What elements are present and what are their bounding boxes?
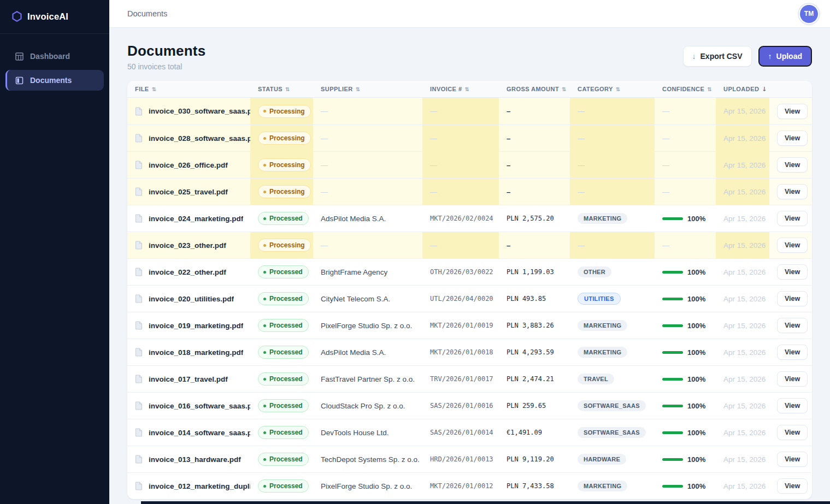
view-button[interactable]: View [777, 264, 808, 280]
confidence-indicator: 100% [662, 215, 705, 223]
invoice-number-cell: HRD/2026/01/0013 [422, 446, 499, 472]
export-csv-button[interactable]: ↓ Export CSV [683, 46, 752, 67]
column-label: GROSS AMOUNT [507, 86, 559, 92]
category-cell: MARKETING [570, 312, 655, 339]
column-header-invoice-#[interactable]: INVOICE #⇅ [422, 86, 499, 92]
supplier-cell: — [313, 125, 422, 151]
uploaded-cell: Apr 15, 2026 [716, 339, 769, 365]
supplier-cell: PixelForge Studio Sp. z o.o. [313, 312, 422, 339]
view-button[interactable]: View [777, 398, 808, 413]
file-cell: invoice_028_software_saas.pdf [127, 125, 250, 151]
invoice-number: — [430, 241, 437, 250]
file-cell: invoice_012_marketing_duplicate.pdf [127, 473, 250, 499]
status-cell: Processing [250, 179, 313, 205]
category-cell: — [570, 125, 655, 151]
gross-amount-cell: PLN 9,119.20 [499, 446, 570, 472]
invoice-number-cell: TRV/2026/01/0017 [422, 366, 499, 392]
uploaded-cell: Apr 15, 2026 [716, 286, 769, 312]
confidence-indicator: — [662, 107, 669, 115]
view-button[interactable]: View [777, 371, 808, 387]
gross-amount: – [507, 134, 510, 143]
status-cell: Processing [250, 98, 313, 124]
confidence-bar [662, 351, 683, 354]
supplier-cell: — [313, 179, 422, 205]
status-dot-icon [263, 164, 266, 167]
file-cell: invoice_014_software_saas.pdf [127, 419, 250, 446]
uploaded-cell: Apr 15, 2026 [716, 98, 769, 124]
sort-icon: ⇅ [464, 86, 469, 92]
status-cell: Processed [250, 312, 313, 339]
view-button[interactable]: View [777, 318, 808, 333]
table-row: invoice_017_travel.pdf Processed FastTra… [127, 365, 812, 392]
view-button[interactable]: View [777, 211, 808, 226]
column-header-supplier[interactable]: SUPPLIER⇅ [313, 86, 422, 92]
gross-amount: – [507, 241, 510, 250]
category-cell: SOFTWARE_SAAS [570, 419, 655, 446]
upload-label: Upload [776, 52, 802, 60]
confidence-value: 100% [687, 322, 705, 330]
column-header-file[interactable]: FILE⇅ [127, 86, 250, 92]
confidence-bar [662, 431, 683, 434]
invoice-number-cell: — [422, 152, 499, 178]
confidence-cell: 100% [655, 286, 716, 312]
uploaded-cell: Apr 15, 2026 [716, 259, 769, 285]
status-cell: Processed [250, 366, 313, 392]
column-header-uploaded[interactable]: UPLOADED↓ [716, 86, 769, 93]
category-cell: — [570, 232, 655, 258]
uploaded-cell: Apr 15, 2026 [716, 125, 769, 151]
view-button[interactable]: View [777, 345, 808, 360]
gross-amount: – [507, 161, 510, 169]
file-name: invoice_020_utilities.pdf [149, 295, 234, 303]
column-header-gross-amount[interactable]: GROSS AMOUNT⇅ [499, 86, 570, 92]
status-label: Processed [269, 322, 303, 329]
status-label: Processed [269, 482, 303, 490]
table-row: invoice_020_utilities.pdf Processed City… [127, 285, 812, 312]
gross-amount: PLN 9,119.20 [507, 455, 554, 463]
uploaded-date: Apr 15, 2026 [723, 161, 766, 169]
view-button[interactable]: View [777, 478, 808, 494]
confidence-bar [662, 378, 683, 381]
column-header-category[interactable]: CATEGORY⇅ [570, 86, 655, 92]
uploaded-date: Apr 15, 2026 [723, 268, 766, 276]
sidebar-item-dashboard[interactable]: Dashboard [5, 46, 104, 67]
invoice-number: HRD/2026/01/0013 [430, 455, 493, 463]
page-header: Documents 50 invoices total ↓ Export CSV… [109, 28, 830, 81]
view-button[interactable]: View [777, 291, 808, 306]
action-cell: View [769, 205, 812, 232]
column-header-status[interactable]: STATUS⇅ [250, 86, 313, 92]
view-button[interactable]: View [777, 157, 808, 173]
supplier-name: BrightFrame Agency [321, 268, 387, 276]
supplier-cell: AdsPilot Media S.A. [313, 205, 422, 232]
view-button[interactable]: View [777, 104, 808, 119]
table-row: invoice_030_software_saas.pdf Processing… [127, 98, 812, 124]
view-button[interactable]: View [777, 238, 808, 253]
topbar: Documents TM [109, 0, 830, 28]
status-cell: Processed [250, 446, 313, 472]
uploaded-date: Apr 15, 2026 [723, 375, 766, 383]
status-badge: Processing [258, 185, 311, 198]
view-button[interactable]: View [777, 184, 808, 199]
uploaded-cell: Apr 15, 2026 [716, 179, 769, 205]
breadcrumb[interactable]: Documents [127, 9, 167, 18]
avatar[interactable]: TM [800, 5, 818, 23]
gross-amount-cell: PLN 2,575.20 [499, 205, 570, 232]
status-dot-icon [263, 405, 266, 407]
file-cell: invoice_016_software_saas.pdf [127, 393, 250, 419]
upload-button[interactable]: ↑ Upload [758, 46, 812, 67]
table-header-row: FILE⇅STATUS⇅SUPPLIER⇅INVOICE #⇅GROSS AMO… [127, 81, 812, 98]
column-header-confidence[interactable]: CONFIDENCE⇅ [655, 86, 716, 92]
category-cell: TRAVEL [570, 366, 655, 392]
status-cell: Processed [250, 259, 313, 285]
view-button[interactable]: View [777, 452, 808, 467]
view-button[interactable]: View [777, 131, 808, 146]
supplier-name: — [321, 107, 328, 115]
uploaded-date: Apr 15, 2026 [723, 107, 766, 115]
sidebar-nav: Dashboard Documents [0, 34, 109, 103]
bottom-dark-strip [141, 501, 830, 504]
status-cell: Processed [250, 286, 313, 312]
sidebar-item-documents[interactable]: Documents [5, 70, 104, 91]
category-badge: OTHER [578, 266, 611, 277]
view-button[interactable]: View [777, 425, 808, 440]
confidence-indicator: — [662, 134, 669, 143]
supplier-name: CloudStack Pro Sp. z o.o. [321, 402, 405, 410]
